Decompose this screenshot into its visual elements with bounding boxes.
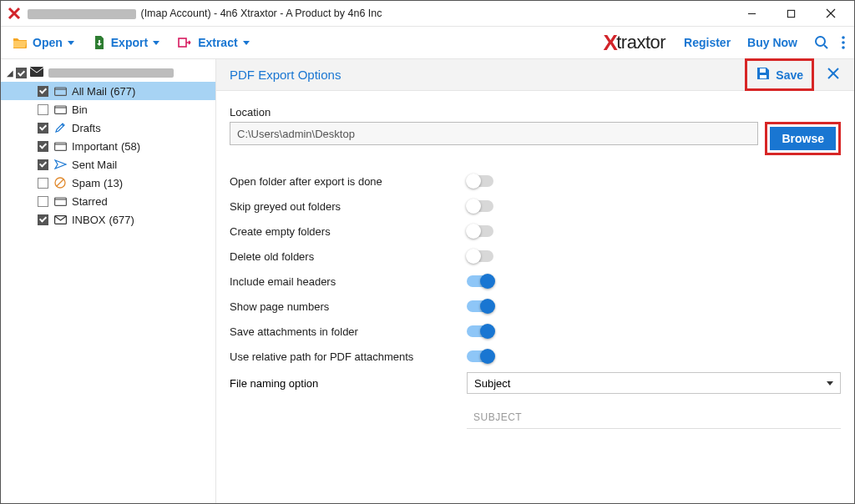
titlebar: (Imap Account) - 4n6 Xtraxtor - A Produc… (1, 1, 854, 26)
tree-item-checkbox[interactable] (38, 86, 48, 97)
option-row: Open folder after export is done (230, 169, 841, 194)
browse-button-highlight: Browse (765, 122, 841, 155)
option-label: Use relative path for PDF attachments (230, 350, 467, 363)
brand-x-icon: X (603, 30, 617, 56)
redacted-account-name (48, 68, 174, 78)
tree-item-checkbox[interactable] (38, 104, 48, 115)
brand-logo: Xtraxtor (603, 30, 665, 56)
chevron-down-icon (68, 41, 74, 45)
tree-item-spam[interactable]: Spam (13) (1, 174, 215, 192)
mail-icon (30, 67, 43, 79)
more-options-icon[interactable] (841, 35, 846, 50)
extract-menu-button[interactable]: Extract (178, 36, 249, 49)
tree-item-starred[interactable]: Starred (1, 192, 215, 210)
file-naming-row: File naming option Subject (230, 370, 841, 396)
option-toggle[interactable] (467, 225, 493, 237)
option-row: Show page numbers (230, 294, 841, 319)
tree-item-checkbox[interactable] (38, 196, 48, 207)
option-toggle[interactable] (467, 250, 493, 262)
option-toggle[interactable] (467, 350, 493, 362)
tree-item-important[interactable]: Important (58) (1, 137, 215, 155)
collapse-icon[interactable]: ◢ (6, 68, 14, 78)
tree-item-label: Starred (72, 195, 108, 208)
tree-item-label: Important (72, 140, 118, 153)
close-panel-button[interactable] (822, 64, 844, 86)
browse-button[interactable]: Browse (770, 127, 836, 150)
tree-item-sent-mail[interactable]: Sent Mail (1, 155, 215, 174)
tree-item-checkbox[interactable] (38, 159, 48, 170)
svg-point-8 (842, 41, 845, 44)
draft-icon (53, 122, 67, 134)
folder-icon (53, 85, 67, 97)
svg-rect-19 (760, 75, 766, 78)
save-button[interactable]: Save (751, 63, 808, 87)
root-checkbox[interactable] (16, 68, 27, 78)
spam-icon (53, 177, 67, 189)
option-toggle[interactable] (467, 175, 493, 187)
tree-item-inbox[interactable]: INBOX (677) (1, 210, 215, 229)
tree-item-count: (677) (110, 85, 135, 98)
naming-sample: SUBJECT (467, 406, 841, 429)
register-link[interactable]: Register (684, 36, 731, 49)
body: ◢ All Mail (677)BinDraftsImportant (58)S… (1, 59, 854, 503)
extract-label: Extract (198, 36, 237, 49)
window-controls (733, 2, 849, 25)
export-label: Export (111, 36, 148, 49)
sent-icon (53, 159, 67, 170)
tree-item-label: Drafts (72, 122, 101, 134)
redacted-account (28, 9, 136, 19)
option-toggle[interactable] (467, 200, 493, 212)
location-input[interactable] (230, 122, 758, 145)
panel-body: Location Browse Open folder after export… (216, 91, 854, 503)
maximize-button[interactable] (772, 2, 810, 25)
minimize-button[interactable] (733, 2, 771, 25)
naming-sample-row: SUBJECT (230, 406, 841, 429)
window-title-suffix: (Imap Account) - 4n6 Xtraxtor - A Produc… (140, 8, 382, 19)
tree-item-label: All Mail (72, 85, 107, 98)
open-menu-button[interactable]: Open (13, 36, 74, 49)
svg-point-9 (842, 46, 845, 49)
svg-line-15 (57, 179, 63, 186)
tree-item-count: (58) (121, 140, 140, 153)
tree-item-checkbox[interactable] (38, 141, 48, 152)
export-menu-button[interactable]: Export (93, 35, 159, 50)
option-label: Skip greyed out folders (230, 200, 467, 213)
options-list: Open folder after export is doneSkip gre… (230, 169, 841, 369)
option-row: Save attachments in folder (230, 319, 841, 344)
tree-item-checkbox[interactable] (38, 178, 48, 189)
window-title: (Imap Account) - 4n6 Xtraxtor - A Produc… (26, 8, 382, 19)
option-row: Use relative path for PDF attachments (230, 344, 841, 369)
tree-item-label: Sent Mail (72, 159, 117, 171)
buy-now-link[interactable]: Buy Now (747, 36, 797, 49)
tree-item-drafts[interactable]: Drafts (1, 118, 215, 137)
svg-rect-1 (787, 10, 794, 17)
option-toggle[interactable] (467, 300, 493, 312)
save-icon (756, 66, 771, 83)
options-panel: PDF Export Options Save Location (216, 59, 854, 503)
file-naming-value: Subject (474, 377, 510, 390)
tree-item-all-mail[interactable]: All Mail (677) (1, 82, 215, 100)
tree-item-checkbox[interactable] (38, 123, 48, 134)
tree-item-label: Bin (72, 103, 88, 116)
svg-rect-10 (30, 67, 43, 77)
inbox-icon (53, 214, 67, 225)
folder-icon (53, 103, 67, 115)
tree-root[interactable]: ◢ (1, 64, 215, 82)
option-row: Create empty folders (230, 219, 841, 244)
tree-item-label: Spam (72, 177, 100, 189)
tree-item-bin[interactable]: Bin (1, 100, 215, 118)
option-label: Show page numbers (230, 300, 467, 313)
option-toggle[interactable] (467, 325, 493, 337)
close-button[interactable] (812, 2, 849, 25)
chevron-down-icon (243, 41, 250, 45)
search-icon[interactable] (814, 35, 829, 50)
tree-item-label: INBOX (72, 214, 105, 226)
file-naming-select[interactable]: Subject (467, 372, 841, 394)
app-window: (Imap Account) - 4n6 Xtraxtor - A Produc… (0, 0, 855, 504)
option-row: Skip greyed out folders (230, 194, 841, 219)
panel-title: PDF Export Options (230, 68, 341, 82)
option-toggle[interactable] (467, 275, 493, 287)
tree-item-checkbox[interactable] (38, 214, 48, 225)
chevron-down-icon (153, 41, 159, 45)
option-label: Delete old folders (230, 250, 467, 263)
